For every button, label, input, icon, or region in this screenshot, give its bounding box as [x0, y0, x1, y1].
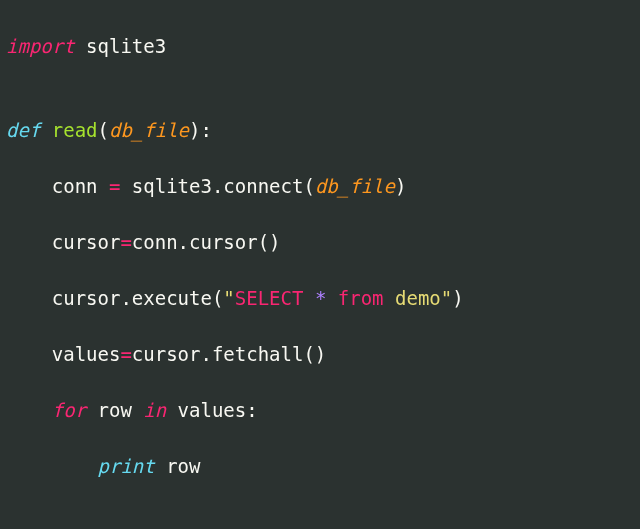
keyword-for: for	[6, 399, 86, 421]
keyword-def: def	[6, 119, 40, 141]
function-name: read	[40, 119, 97, 141]
parameter: db_file	[109, 119, 189, 141]
code-line: cursor=conn.cursor()	[6, 228, 640, 256]
colon: :	[201, 119, 212, 141]
keyword-print: print	[98, 455, 155, 477]
module-name: sqlite3	[75, 35, 167, 57]
code-line: cursor.execute("SELECT * from demo")	[6, 284, 640, 312]
paren-close: )	[189, 119, 200, 141]
paren-open: (	[98, 119, 109, 141]
code-line: for row in values:	[6, 396, 640, 424]
sql-star: *	[315, 287, 326, 309]
code-line: import sqlite3	[6, 32, 640, 60]
sql-select: SELECT	[235, 287, 304, 309]
code-line: print row	[6, 452, 640, 480]
keyword-import: import	[6, 35, 75, 57]
code-editor[interactable]: import sqlite3 def read(db_file): conn =…	[0, 0, 640, 529]
keyword-in: in	[143, 399, 166, 421]
sql-from: from	[338, 287, 384, 309]
code-line: conn = sqlite3.connect(db_file)	[6, 172, 640, 200]
code-line: values=cursor.fetchall()	[6, 340, 640, 368]
code-line: def read(db_file):	[6, 116, 640, 144]
